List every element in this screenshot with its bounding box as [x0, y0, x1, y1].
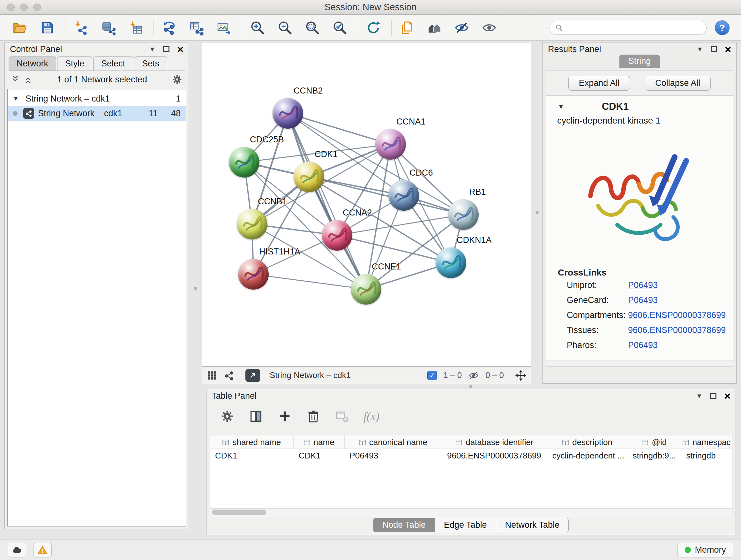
- close-window-button[interactable]: [7, 3, 15, 11]
- column-header--id[interactable]: @id: [627, 436, 681, 449]
- panel-collapse-icon[interactable]: ▼: [696, 392, 702, 400]
- pan-move-icon[interactable]: [515, 370, 526, 381]
- tab-string[interactable]: String: [619, 55, 660, 68]
- refresh-view-icon[interactable]: [363, 17, 384, 38]
- zoom-fit-icon[interactable]: [302, 17, 323, 38]
- crosslink-link[interactable]: P06493: [628, 280, 658, 290]
- network-table-icon[interactable]: [186, 17, 207, 38]
- network-edge-HIST1H1A-CCNE1[interactable]: [253, 274, 366, 289]
- table-cell[interactable]: 9606.ENSP00000378699: [442, 449, 547, 462]
- column-header-shared-name[interactable]: shared name: [210, 436, 293, 449]
- home-icon[interactable]: [424, 17, 445, 38]
- network-node-CDK1[interactable]: [293, 162, 324, 192]
- tab-sets[interactable]: Sets: [134, 57, 167, 71]
- panel-float-icon[interactable]: [163, 46, 170, 52]
- tab-style[interactable]: Style: [57, 57, 92, 71]
- network-node-CCNB1[interactable]: [237, 209, 267, 240]
- column-header-name[interactable]: name: [293, 436, 345, 449]
- panel-float-icon[interactable]: [710, 393, 717, 399]
- delete-column-icon[interactable]: [306, 409, 321, 424]
- table-cell[interactable]: stringdb: [681, 449, 732, 462]
- network-node-CDKN1A[interactable]: [435, 247, 466, 278]
- show-columns-icon[interactable]: [249, 409, 263, 424]
- minimize-window-button[interactable]: [20, 3, 28, 11]
- tab-edge-table[interactable]: Edge Table: [434, 518, 496, 532]
- network-node-CCNA1[interactable]: [375, 129, 406, 160]
- crosslink-link[interactable]: P06493: [628, 295, 658, 305]
- panel-close-icon[interactable]: ×: [725, 44, 731, 55]
- export-image-icon[interactable]: [214, 17, 234, 38]
- cloud-status-button[interactable]: [8, 543, 26, 557]
- column-header-namespac[interactable]: namespac: [681, 436, 732, 449]
- network-edge-CCNB2-CCNE1[interactable]: [288, 113, 366, 289]
- network-row[interactable]: String Network – cdk1 11 48: [8, 106, 186, 121]
- horizontal-splitter-handle[interactable]: [469, 385, 472, 388]
- show-all-icon[interactable]: [479, 17, 499, 38]
- table-cell[interactable]: CDK1: [293, 449, 345, 462]
- import-network-file-icon[interactable]: [71, 17, 91, 38]
- table-options-gear-icon[interactable]: [220, 409, 234, 424]
- gene-expander-icon[interactable]: ▼: [558, 103, 564, 111]
- column-header-canonical-name[interactable]: canonical name: [345, 436, 442, 449]
- network-options-gear-icon[interactable]: [172, 74, 183, 85]
- expand-all-button[interactable]: Expand All: [568, 76, 630, 91]
- tab-network-table[interactable]: Network Table: [496, 518, 569, 532]
- table-cell[interactable]: CDK1: [210, 449, 293, 462]
- save-session-icon[interactable]: [37, 17, 57, 38]
- apply-layout-icon[interactable]: [159, 17, 179, 38]
- results-scrollbar[interactable]: [546, 360, 733, 367]
- zoom-in-icon[interactable]: [247, 17, 268, 38]
- network-node-CCNA2[interactable]: [322, 220, 352, 251]
- tab-network[interactable]: Network: [9, 57, 56, 71]
- column-header-database-identifier[interactable]: database identifier: [442, 436, 547, 449]
- tab-select[interactable]: Select: [93, 57, 133, 71]
- network-node-CCNB2[interactable]: [273, 98, 303, 129]
- warnings-button[interactable]: [33, 543, 52, 557]
- hidden-eye-slash-icon[interactable]: [468, 370, 479, 381]
- crosslink-link[interactable]: 9606.ENSP00000378699: [628, 310, 726, 320]
- search-input[interactable]: [566, 23, 701, 33]
- panel-collapse-icon[interactable]: ▼: [697, 46, 703, 53]
- collapse-all-button[interactable]: Collapse All: [645, 76, 711, 91]
- maximize-window-button[interactable]: [33, 3, 41, 11]
- import-table-file-icon[interactable]: [125, 17, 146, 38]
- panel-close-icon[interactable]: ×: [177, 44, 184, 55]
- crosslink-link[interactable]: P06493: [628, 340, 658, 350]
- import-network-database-icon[interactable]: [98, 17, 118, 38]
- open-session-icon[interactable]: [10, 17, 30, 38]
- panel-collapse-icon[interactable]: ▼: [149, 46, 155, 53]
- table-cell[interactable]: P06493: [344, 449, 442, 462]
- crosslink-link[interactable]: 9606.ENSP00000378699: [628, 325, 726, 335]
- panel-close-icon[interactable]: ×: [724, 390, 731, 401]
- network-collection-row[interactable]: ▼ String Network – cdk1 1: [8, 91, 186, 106]
- zoom-out-icon[interactable]: [275, 17, 295, 38]
- memory-button[interactable]: Memory: [677, 543, 733, 557]
- table-horizontal-scrollbar[interactable]: [210, 508, 732, 516]
- zoom-selected-icon[interactable]: [330, 17, 350, 38]
- table-cell[interactable]: stringdb:9...: [627, 449, 681, 462]
- grid-view-icon[interactable]: [206, 370, 217, 381]
- table-row[interactable]: CDK1CDK1P064939606.ENSP00000378699cyclin…: [210, 449, 732, 462]
- right-splitter-handle[interactable]: [536, 211, 539, 214]
- add-column-icon[interactable]: [277, 409, 292, 424]
- gene-header[interactable]: ▼ CDK1: [546, 96, 733, 114]
- left-splitter-handle[interactable]: [194, 287, 197, 290]
- detach-view-button[interactable]: [246, 369, 260, 382]
- network-node-CDC25B[interactable]: [229, 147, 259, 178]
- hide-selected-icon[interactable]: [452, 17, 472, 38]
- network-node-RB1[interactable]: [448, 199, 479, 230]
- table-cell[interactable]: cyclin-dependent ...: [547, 449, 628, 462]
- network-node-CDC6[interactable]: [388, 180, 419, 211]
- selected-nodes-checkbox-icon[interactable]: ✓: [427, 371, 437, 380]
- panel-float-icon[interactable]: [711, 46, 717, 52]
- tree-expander-icon[interactable]: ▼: [13, 95, 22, 102]
- scrollbar-thumb[interactable]: [212, 509, 266, 515]
- network-node-CCNE1[interactable]: [351, 274, 381, 305]
- copy-icon[interactable]: [397, 17, 417, 38]
- collapse-all-icon[interactable]: [10, 75, 20, 84]
- expand-all-icon[interactable]: [23, 75, 33, 84]
- tab-node-table[interactable]: Node Table: [373, 518, 435, 532]
- help-icon[interactable]: ?: [715, 20, 730, 35]
- network-share-icon[interactable]: [224, 370, 234, 381]
- column-header-description[interactable]: description: [547, 436, 628, 449]
